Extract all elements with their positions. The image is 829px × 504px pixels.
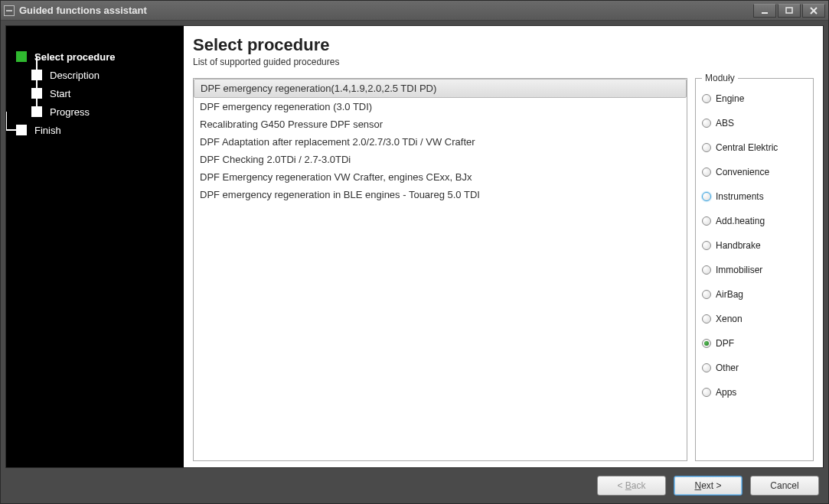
svg-rect-1: [786, 8, 792, 13]
wizard-step: Description: [29, 66, 184, 84]
wizard-step: Select procedure: [14, 47, 184, 66]
radio-icon: [702, 388, 711, 397]
window-frame: Guided functions assistant Select proced…: [0, 0, 829, 504]
procedure-item[interactable]: DPF Adaptation after replacement 2.0/2.7…: [194, 133, 687, 151]
radio-icon: [702, 192, 711, 201]
module-label: Convenience: [716, 167, 769, 177]
radio-icon: [702, 94, 711, 103]
module-label: DPF: [716, 338, 734, 349]
radio-icon: [702, 290, 711, 299]
radio-icon: [702, 314, 711, 324]
procedure-item[interactable]: Recalibrating G450 Pressure DPF sensor: [194, 115, 687, 133]
module-radio[interactable]: Engine: [702, 86, 807, 111]
main-content: DPF emergency regeneration(1.4,1.9,2.0,2…: [193, 78, 814, 461]
module-label: Instruments: [716, 191, 764, 202]
wizard-step: Progress: [29, 102, 184, 121]
module-label: Xenon: [716, 314, 743, 324]
procedure-list[interactable]: DPF emergency regeneration(1.4,1.9,2.0,2…: [193, 78, 687, 461]
close-button[interactable]: [802, 4, 825, 18]
modules-legend: Moduły: [702, 73, 738, 83]
titlebar[interactable]: Guided functions assistant: [1, 1, 828, 21]
module-radio[interactable]: Convenience: [702, 160, 807, 184]
step-marker-icon: [31, 88, 42, 99]
step-label: Progress: [50, 106, 90, 118]
page-subtitle: List of supported guided procedures: [193, 57, 814, 67]
radio-icon: [702, 216, 711, 226]
module-label: Add.heating: [716, 216, 765, 226]
button-bar: < Back Next > Cancel: [5, 468, 824, 499]
maximize-button[interactable]: [778, 4, 801, 18]
module-label: Apps: [716, 387, 736, 398]
step-marker-icon: [31, 106, 42, 117]
module-radio[interactable]: Central Elektric: [702, 135, 807, 160]
module-label: Immobiliser: [716, 265, 762, 275]
radio-icon: [702, 339, 711, 348]
step-marker-icon: [31, 70, 42, 80]
module-radio[interactable]: Xenon: [702, 307, 807, 331]
module-radio[interactable]: DPF: [702, 331, 807, 356]
maximize-icon: [785, 7, 794, 15]
module-label: ABS: [716, 118, 734, 128]
radio-icon: [702, 143, 711, 152]
modules-list: EngineABSCentral ElektricConvenienceInst…: [702, 86, 807, 405]
radio-icon: [702, 119, 711, 128]
app-icon: [4, 5, 15, 16]
window-controls: [753, 4, 825, 18]
wizard-sidebar: Select procedureDescriptionStartProgress…: [6, 26, 184, 467]
close-icon: [809, 7, 818, 15]
main-header: Select procedure List of supported guide…: [193, 35, 814, 78]
minimize-button[interactable]: [753, 4, 776, 18]
back-button: < Back: [597, 476, 666, 496]
procedure-item[interactable]: DPF Checking 2.0TDi / 2.7-3.0TDi: [194, 151, 687, 168]
procedure-item[interactable]: DPF emergency regeneration (3.0 TDI): [194, 98, 687, 115]
radio-icon: [702, 363, 711, 372]
step-label: Finish: [34, 125, 61, 136]
cancel-button[interactable]: Cancel: [750, 476, 819, 496]
body-area: Select procedureDescriptionStartProgress…: [1, 21, 828, 503]
radio-icon: [702, 265, 711, 275]
step-label: Description: [50, 70, 100, 81]
module-radio[interactable]: Instruments: [702, 184, 807, 209]
procedure-item[interactable]: DPF emergency regeneration(1.4,1.9,2.0,2…: [194, 79, 687, 98]
procedure-item[interactable]: DPF Emergency regeneration VW Crafter, e…: [194, 168, 687, 186]
next-button[interactable]: Next >: [674, 476, 743, 496]
page-title: Select procedure: [193, 35, 814, 55]
module-radio[interactable]: AirBag: [702, 282, 807, 307]
module-radio[interactable]: Other: [702, 356, 807, 380]
module-radio[interactable]: Handbrake: [702, 233, 807, 258]
module-radio[interactable]: Immobiliser: [702, 258, 807, 282]
wizard-step: Start: [29, 84, 184, 102]
wizard-frame: Select procedureDescriptionStartProgress…: [5, 25, 824, 468]
module-radio[interactable]: Apps: [702, 380, 807, 405]
module-label: Engine: [716, 93, 744, 104]
minimize-icon: [760, 7, 769, 15]
step-marker-icon: [16, 125, 27, 135]
procedure-item[interactable]: DPF emergency regeneration in BLE engine…: [194, 186, 687, 203]
window-title: Guided functions assistant: [19, 5, 147, 16]
step-marker-icon: [16, 51, 27, 62]
module-label: Other: [716, 363, 739, 373]
modules-panel: Moduły EngineABSCentral ElektricConvenie…: [695, 78, 814, 461]
module-radio[interactable]: ABS: [702, 111, 807, 135]
module-label: Handbrake: [716, 240, 761, 251]
module-label: Central Elektric: [716, 142, 778, 153]
wizard-step: Finish: [14, 121, 184, 139]
step-label: Select procedure: [34, 51, 116, 63]
step-label: Start: [50, 88, 70, 99]
main-panel: Select procedure List of supported guide…: [184, 26, 823, 467]
module-label: AirBag: [716, 289, 743, 300]
radio-icon: [702, 241, 711, 250]
module-radio[interactable]: Add.heating: [702, 209, 807, 233]
wizard-steps: Select procedureDescriptionStartProgress…: [14, 47, 184, 139]
radio-icon: [702, 167, 711, 177]
